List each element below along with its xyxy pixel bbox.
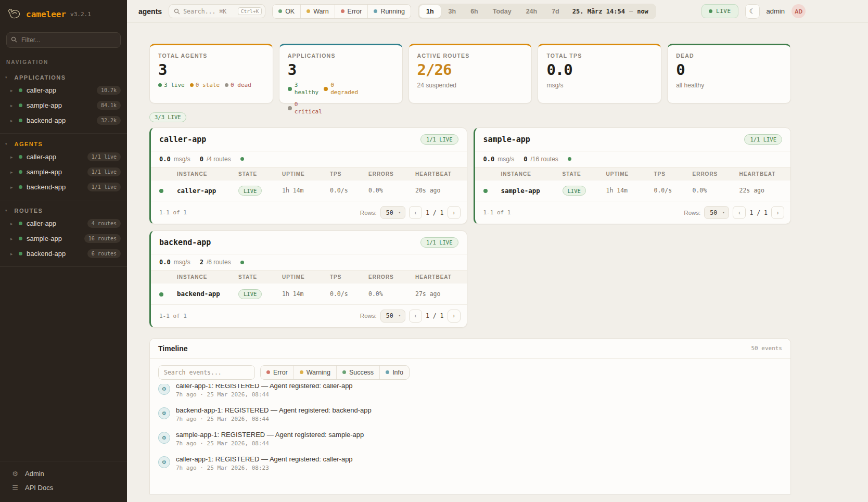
col-errors: ERRORS — [368, 274, 415, 280]
col-instance: INSTANCE — [501, 171, 563, 177]
table-header: INSTANCE STATE UPTIME TPS ERRORS HEARTBE… — [151, 271, 467, 284]
table-row[interactable]: backend-app LIVE 1h 14m 0.0/s 0.0% 27s a… — [151, 284, 467, 305]
avatar[interactable]: AD — [792, 4, 806, 18]
event-title: caller-app-1: REGISTERED — Agent registe… — [176, 384, 353, 390]
sidebar-item-sample-app-routes[interactable]: ▸ sample-app 16 routes — [0, 231, 127, 246]
table-row[interactable]: sample-app LIVE 1h 14m 0.0/s 0.0% 22s ag… — [475, 181, 791, 202]
timeline-event[interactable]: ⚙ caller-app-1: REGISTERED — Agent regis… — [158, 451, 782, 475]
tps-value: 0.0 — [159, 156, 171, 163]
rows-per-page-select[interactable]: 50 ▾ — [380, 206, 405, 219]
rows-per-page-select[interactable]: 50 ▾ — [380, 310, 405, 323]
next-page-button[interactable]: › — [771, 206, 784, 219]
tps-unit: msg/s — [497, 156, 514, 163]
live-label: LIVE — [716, 8, 731, 15]
warn-dot — [307, 9, 310, 13]
tps-unit: msg/s — [174, 259, 190, 266]
time-range-6h[interactable]: 6h — [464, 5, 485, 18]
time-range-24h[interactable]: 24h — [519, 5, 544, 18]
range-end: now — [637, 8, 648, 15]
event-filter-error[interactable]: Error — [261, 366, 294, 379]
critical-dot — [288, 106, 292, 110]
rows-per-page-select[interactable]: 50 ▾ — [704, 206, 729, 219]
filter-input[interactable] — [6, 32, 121, 48]
status-filter-running[interactable]: Running — [368, 5, 411, 18]
stat-value: 0.0 — [546, 62, 653, 79]
time-range-3h[interactable]: 3h — [442, 5, 463, 18]
status-dot — [19, 252, 22, 255]
next-page-button[interactable]: › — [448, 206, 461, 219]
sidebar-item-backend-app-routes[interactable]: ▸ backend-app 6 routes — [0, 246, 127, 261]
global-search[interactable]: Search... ⌘K Ctrl+K — [169, 4, 265, 18]
degraded-count: 0 — [330, 82, 358, 89]
timeline-event[interactable]: ⚙ caller-app-1: REGISTERED — Agent regis… — [158, 384, 782, 402]
sidebar-item-api-docs[interactable]: ☰ API Docs — [0, 481, 127, 495]
status-filter-ok[interactable]: OK — [273, 5, 301, 18]
event-list[interactable]: ⚙ caller-app-1: REGISTERED — Agent regis… — [150, 384, 790, 494]
sidebar-item-backend-app-agents[interactable]: ▸ backend-app 1/1 live — [0, 179, 127, 195]
col-uptime: UPTIME — [606, 171, 654, 177]
section-header-routes[interactable]: ▾ ROUTES — [0, 204, 127, 216]
filter-label: Error — [348, 8, 362, 15]
event-filter-success[interactable]: Success — [337, 366, 380, 379]
caret-right-icon: ▸ — [10, 88, 15, 93]
sidebar-item-caller-app[interactable]: ▸ caller-app 10.7k — [0, 83, 127, 98]
item-badge: 16 routes — [84, 234, 121, 243]
section-header-agents[interactable]: ▾ AGENTS — [0, 138, 127, 149]
camel-logo-icon — [6, 7, 22, 21]
prev-page-button[interactable]: ‹ — [409, 206, 422, 219]
gear-icon: ⚙ — [11, 470, 19, 478]
col-state: STATE — [238, 171, 282, 177]
app-live-badge: 1/1 LIVE — [420, 134, 458, 145]
status-filter-error[interactable]: Error — [335, 5, 368, 18]
stat-card-total-agents: TOTAL AGENTS 3 3 live 0 stale 0 dead — [149, 44, 273, 104]
sidebar-item-sample-app-agents[interactable]: ▸ sample-app 1/1 live — [0, 164, 127, 179]
table-row[interactable]: caller-app LIVE 1h 14m 0.0/s 0.0% 20s ag… — [151, 181, 467, 202]
sidebar-section-routes: ▾ ROUTES ▸ caller-app 4 routes ▸ sample-… — [0, 200, 127, 267]
time-range-7d[interactable]: 7d — [545, 5, 566, 18]
row-range: 1-1 of 1 — [483, 209, 511, 216]
sidebar-item-sample-app[interactable]: ▸ sample-app 84.1k — [0, 98, 127, 113]
sidebar-item-caller-app-agents[interactable]: ▸ caller-app 1/1 live — [0, 149, 127, 164]
prev-page-button[interactable]: ‹ — [409, 310, 422, 323]
time-range-1h[interactable]: 1h — [419, 5, 441, 18]
table-header-spacer — [159, 274, 177, 280]
page-indicator: 1 / 1 — [426, 209, 444, 216]
time-range-display: 25. März 14:54 — now — [567, 8, 655, 15]
sidebar-item-backend-app[interactable]: ▸ backend-app 32.2k — [0, 113, 127, 128]
item-label: caller-app — [27, 86, 93, 94]
next-page-button[interactable]: › — [448, 310, 461, 323]
time-range-today[interactable]: Today — [486, 5, 518, 18]
section-label: ROUTES — [15, 208, 43, 214]
theme-toggle-button[interactable]: ☾ — [745, 4, 760, 19]
sidebar-item-admin[interactable]: ⚙ Admin — [0, 467, 127, 481]
section-header-applications[interactable]: ▾ APPLICATIONS — [0, 71, 127, 83]
event-filter-info[interactable]: Info — [380, 366, 409, 379]
caret-right-icon: ▸ — [10, 155, 15, 160]
prev-page-button[interactable]: ‹ — [733, 206, 746, 219]
overall-live-badge: 3/3 LIVE — [149, 112, 186, 122]
stale-dot — [190, 83, 194, 87]
stat-value: 3 — [288, 62, 394, 79]
degraded-label: degraded — [330, 89, 358, 96]
errors-cell: 0.0% — [368, 290, 415, 298]
sidebar-item-caller-app-routes[interactable]: ▸ caller-app 4 routes — [0, 216, 127, 231]
caret-down-icon: ▾ — [5, 75, 7, 80]
timeline-event[interactable]: ⚙ sample-app-1: REGISTERED — Agent regis… — [158, 427, 782, 451]
caret-right-icon: ▸ — [10, 103, 15, 108]
routes-active: 0 — [200, 156, 203, 163]
page-indicator: 1 / 1 — [749, 209, 768, 216]
app-card-title: backend-app — [159, 238, 211, 247]
event-filter-warning[interactable]: Warning — [294, 366, 337, 379]
app-live-badge: 1/1 LIVE — [420, 237, 458, 248]
topbar: agents Search... ⌘K Ctrl+K OK Warn Error… — [127, 0, 868, 23]
timeline-event[interactable]: ⚙ backend-app-1: REGISTERED — Agent regi… — [158, 402, 782, 427]
routes-active: 2 — [200, 259, 203, 266]
timeline-search-input[interactable] — [158, 365, 255, 380]
menu-icon: ☰ — [11, 484, 19, 492]
item-badge: 32.2k — [97, 116, 121, 125]
filter-label: Error — [273, 369, 288, 376]
table-header-spacer — [483, 171, 501, 177]
timeline-event-count: 50 events — [751, 345, 782, 352]
stat-card-total-tps: TOTAL TPS 0.0 msg/s — [538, 44, 661, 104]
status-filter-warn[interactable]: Warn — [301, 5, 335, 18]
